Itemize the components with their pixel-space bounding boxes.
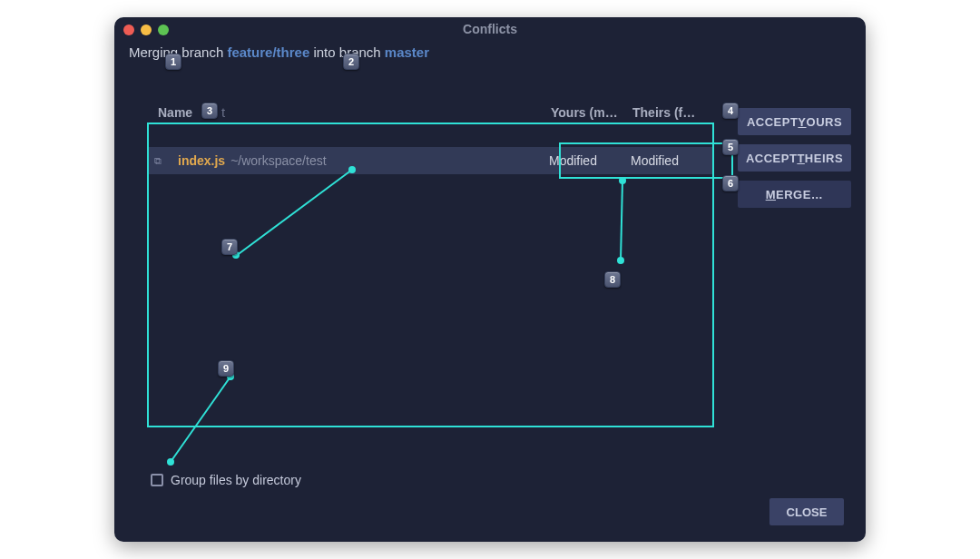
column-headers: Name Yours (m… Theirs (f…	[147, 101, 714, 124]
yours-status: Modified	[549, 153, 631, 168]
diff-icon: ⧉	[154, 155, 172, 167]
file-name: index.js	[178, 153, 225, 168]
group-by-directory-row[interactable]: Group files by directory	[151, 473, 301, 487]
annotation-marker-4: 4	[722, 103, 739, 119]
window-maximize-icon[interactable]	[158, 25, 169, 35]
group-by-directory-checkbox[interactable]	[151, 474, 163, 486]
annotation-marker-5: 5	[722, 139, 739, 155]
target-branch: master	[385, 44, 429, 60]
btn-label-post: HEIRS	[805, 152, 843, 165]
window-title: Conflicts	[114, 22, 866, 36]
column-theirs[interactable]: Theirs (f…	[632, 105, 714, 120]
conflicts-dialog: Conflicts Merging branch feature/three i…	[114, 17, 866, 542]
close-button[interactable]: CLOSE	[769, 498, 844, 525]
source-branch: feature/three	[227, 44, 309, 60]
btn-label-post: ERGE…	[776, 188, 823, 201]
annotation-marker-1: 1	[165, 54, 181, 70]
annotation-marker-9: 9	[218, 360, 234, 377]
annotation-dot	[617, 257, 624, 264]
merge-description: Merging branch feature/three into branch…	[114, 41, 866, 69]
merge-button[interactable]: MERGE…	[738, 181, 851, 208]
annotation-marker-8: 8	[604, 271, 621, 288]
btn-label-ul: M	[766, 188, 776, 201]
column-yours[interactable]: Yours (m…	[551, 105, 632, 120]
window-controls	[123, 25, 169, 35]
annotation-dot	[167, 458, 174, 466]
stray-text: t	[221, 104, 225, 120]
conflict-file-row[interactable]: ⧉ index.js ~/workspace/test Modified Mod…	[149, 147, 712, 174]
btn-label-pre: ACCEPT	[746, 152, 797, 165]
accept-yours-button[interactable]: ACCEPT YOURS	[738, 108, 851, 135]
accept-theirs-button[interactable]: ACCEPT THEIRS	[738, 144, 851, 172]
btn-label-post: LOSE	[795, 505, 827, 519]
btn-label-ul: C	[787, 505, 795, 519]
annotation-dot	[348, 166, 356, 173]
annotation-marker-7: 7	[221, 239, 238, 255]
annotation-dot	[619, 177, 626, 184]
btn-label-post: OURS	[807, 115, 843, 129]
window-minimize-icon[interactable]	[141, 25, 152, 35]
annotation-marker-6: 6	[722, 175, 739, 191]
annotation-marker-2: 2	[343, 54, 359, 70]
annotation-marker-3: 3	[201, 103, 218, 119]
file-path: ~/workspace/test	[230, 153, 549, 168]
theirs-status: Modified	[631, 153, 712, 168]
btn-label-ul: T	[797, 152, 804, 165]
btn-label-ul: Y	[798, 115, 806, 129]
titlebar: Conflicts	[114, 17, 866, 41]
window-close-icon[interactable]	[123, 25, 134, 35]
btn-label-pre: ACCEPT	[747, 115, 798, 129]
group-by-directory-label: Group files by directory	[171, 473, 301, 487]
